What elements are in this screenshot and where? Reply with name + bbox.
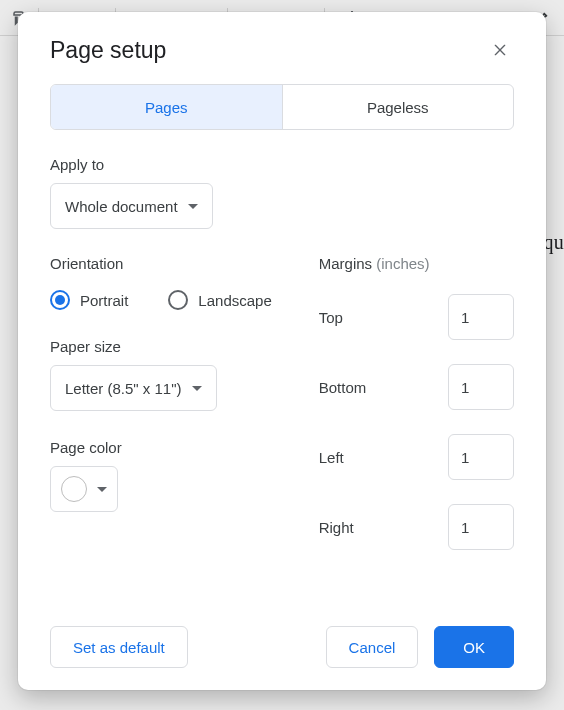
margin-top-label: Top [319,309,343,326]
paper-size-value: Letter (8.5" x 11") [65,380,182,397]
chevron-down-icon [188,204,198,209]
tab-pageless[interactable]: Pageless [282,85,514,129]
apply-to-dropdown[interactable]: Whole document [50,183,213,229]
orientation-label: Orientation [50,255,289,272]
apply-to-value: Whole document [65,198,178,215]
chevron-down-icon [192,386,202,391]
mode-tabs: Pages Pageless [50,84,514,130]
close-icon [492,42,508,58]
ok-button[interactable]: OK [434,626,514,668]
color-swatch [61,476,87,502]
set-as-default-button[interactable]: Set as default [50,626,188,668]
radio-portrait[interactable]: Portrait [50,290,128,310]
radio-unselected-icon [168,290,188,310]
margin-top-input[interactable] [448,294,514,340]
page-setup-dialog: Page setup Pages Pageless Apply to Whole… [18,12,546,690]
paper-size-label: Paper size [50,338,289,355]
apply-to-label: Apply to [50,156,514,173]
margin-bottom-input[interactable] [448,364,514,410]
close-button[interactable] [486,36,514,64]
margin-right-label: Right [319,519,354,536]
page-title: Page setup [50,37,166,64]
page-color-label: Page color [50,439,289,456]
margins-label: Margins (inches) [319,255,514,272]
margin-right-input[interactable] [448,504,514,550]
page-color-dropdown[interactable] [50,466,118,512]
radio-landscape[interactable]: Landscape [168,290,271,310]
chevron-down-icon [97,487,107,492]
cancel-button[interactable]: Cancel [326,626,419,668]
margin-bottom-label: Bottom [319,379,367,396]
radio-selected-icon [50,290,70,310]
margin-left-input[interactable] [448,434,514,480]
tab-pages[interactable]: Pages [51,85,282,129]
paper-size-dropdown[interactable]: Letter (8.5" x 11") [50,365,217,411]
margin-left-label: Left [319,449,344,466]
